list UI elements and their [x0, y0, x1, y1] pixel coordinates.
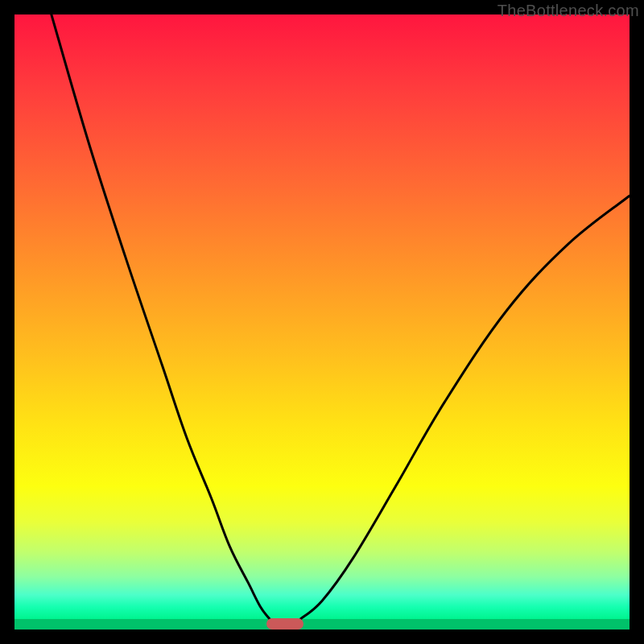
- right-branch-path: [300, 196, 630, 619]
- chart-frame: [14, 14, 630, 630]
- plot-area: [14, 14, 630, 630]
- bottleneck-marker: [266, 618, 303, 630]
- curve-layer: [14, 14, 630, 630]
- left-branch-path: [52, 14, 270, 619]
- watermark-text: TheBottleneck.com: [497, 2, 639, 20]
